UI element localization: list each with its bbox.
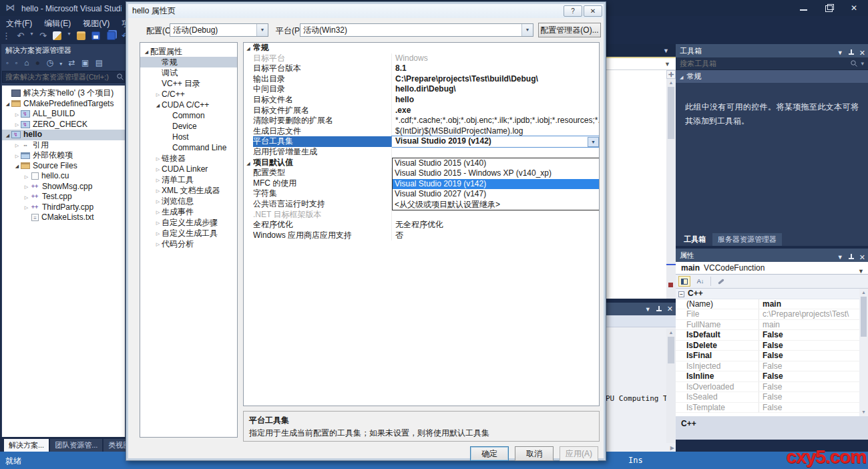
tree-row[interactable]: XML 文档生成器 <box>140 185 237 196</box>
property-row[interactable]: 全程序优化 无全程序优化 <box>244 220 599 230</box>
window-position-icon[interactable]: ▼ <box>837 46 843 59</box>
tree-row[interactable]: ALL_BUILD <box>2 109 125 120</box>
code-editor[interactable]: ✛ ▲ <box>604 70 676 299</box>
tree-row[interactable]: VC++ 目录 <box>140 78 237 89</box>
window-position-icon[interactable]: ▼ <box>645 306 651 313</box>
pin-icon[interactable] <box>849 49 854 56</box>
property-row[interactable]: IsDelete False <box>676 341 859 351</box>
scrollbar-thumb[interactable] <box>668 87 674 139</box>
new-item-icon[interactable] <box>53 31 61 40</box>
tree-row[interactable]: Test.cpp <box>2 192 125 202</box>
object-selector-combobox[interactable]: mainVCCodeFunction ▼ <box>676 262 868 275</box>
panel-tab[interactable]: 解决方案... <box>4 439 49 452</box>
property-row[interactable]: Windows 应用商店应用支持 否 <box>244 230 599 241</box>
scrollbar-thumb[interactable] <box>861 297 867 337</box>
tree-row[interactable]: Source Files <box>2 161 125 172</box>
property-row[interactable]: 输出目录 C:\Prepare\projects\Test\build\Debu… <box>244 74 599 85</box>
tree-row[interactable]: Host <box>140 132 237 142</box>
tree-row[interactable]: 常规 <box>140 57 237 67</box>
property-row[interactable]: 常规 <box>244 43 599 53</box>
scroll-up-icon[interactable]: ▲ <box>666 79 676 87</box>
property-category[interactable]: −C++ <box>676 289 868 299</box>
dialog-titlebar[interactable]: hello 属性页 ? ✕ <box>128 4 604 18</box>
scroll-right-icon[interactable]: ▶ <box>670 445 674 451</box>
tree-row[interactable]: 调试 <box>140 67 237 78</box>
expand-arrow-icon[interactable] <box>13 140 21 151</box>
tree-row[interactable]: Device <box>140 121 237 132</box>
expand-arrow-icon[interactable] <box>23 192 30 203</box>
close-button[interactable]: ✕ <box>851 4 859 12</box>
panel-tab[interactable]: 服务器资源管理器 <box>712 233 782 246</box>
close-icon[interactable]: ✕ <box>859 46 865 59</box>
expand-arrow-icon[interactable] <box>4 98 11 110</box>
property-row[interactable]: FullName main <box>676 320 859 331</box>
property-pages-button[interactable] <box>715 276 727 287</box>
tree-row[interactable]: CUDA Linker <box>140 164 237 174</box>
collapse-icon[interactable]: − <box>678 291 684 297</box>
expand-arrow-icon[interactable] <box>13 109 21 120</box>
tree-row[interactable]: ZERO_CHECK <box>2 120 125 130</box>
property-row[interactable]: 中间目录 hello.dir\Debug\ <box>244 84 599 95</box>
panel-tab[interactable]: 工具箱 <box>678 233 711 246</box>
expand-arrow-icon[interactable] <box>154 99 162 111</box>
tree-row[interactable]: hello.cu <box>2 171 125 182</box>
pin-icon[interactable] <box>656 306 662 313</box>
save-icon[interactable] <box>91 31 100 40</box>
tree-row[interactable]: hello <box>2 130 125 140</box>
tree-row[interactable]: CMakePredefinedTargets <box>2 99 125 110</box>
minimize-button[interactable] <box>800 4 808 12</box>
scroll-down-icon[interactable]: ▼ <box>859 408 868 416</box>
expand-arrow-icon[interactable] <box>13 119 21 130</box>
ok-button[interactable]: 确定 <box>470 446 509 461</box>
home-icon[interactable]: ⌂ <box>24 58 29 67</box>
collapse-all-icon[interactable]: ▣ <box>81 58 89 67</box>
cancel-button[interactable]: 取消 <box>515 446 554 461</box>
property-row[interactable]: (Name) main <box>676 299 859 310</box>
property-row[interactable]: IsFinal False <box>676 351 859 361</box>
tree-row[interactable]: Common <box>140 110 237 121</box>
help-button[interactable]: ? <box>564 5 582 17</box>
dialog-close-button[interactable]: ✕ <box>584 5 602 17</box>
open-folder-icon[interactable] <box>77 31 85 40</box>
dropdown-option[interactable]: <从父级或项目默认设置继承> <box>393 200 599 210</box>
property-row[interactable]: .NET 目标框架版本 <box>244 210 599 220</box>
dropdown-option[interactable]: Visual Studio 2015 (v140) <box>393 158 599 168</box>
tree-row[interactable]: 外部依赖项 <box>2 150 125 161</box>
scroll-up-icon[interactable]: ▲ <box>666 329 676 337</box>
apply-button[interactable]: 应用(A) <box>560 446 598 461</box>
property-row[interactable]: 目标文件扩展名 .exe <box>244 106 599 116</box>
property-row[interactable]: 目标文件名 hello <box>244 95 599 106</box>
dropdown-option[interactable]: Visual Studio 2019 (v142) <box>393 179 599 189</box>
chevron-down-icon[interactable]: ▾ <box>31 31 33 37</box>
property-row[interactable]: IsInjected False <box>676 361 859 372</box>
properties-scrollbar[interactable]: ▲ ▼ <box>859 289 868 416</box>
property-row[interactable]: IsInline False <box>676 371 859 382</box>
configuration-combobox[interactable]: 活动(Debug) <box>170 23 268 37</box>
sync-icon[interactable]: ⇄ <box>69 58 75 67</box>
tree-row[interactable]: 链接器 <box>140 153 237 164</box>
alphabetical-sort-button[interactable]: A↓ <box>694 276 706 287</box>
tree-row[interactable]: 解决方案'hello' (3 个项目) <box>2 88 125 99</box>
property-row[interactable]: IsSealed False <box>676 392 859 403</box>
toolbox-section-general[interactable]: 常规 <box>676 70 868 83</box>
property-row[interactable]: IsDefault False <box>676 330 859 341</box>
toolbox-search-input[interactable] <box>680 59 850 67</box>
pin-icon[interactable] <box>849 254 854 261</box>
property-row[interactable]: 启用托管增量生成 <box>244 147 599 158</box>
property-row[interactable]: IsOverloaded False <box>676 382 859 393</box>
property-row[interactable]: 平台工具集 Visual Studio 2019 (v142) <box>244 136 599 147</box>
chevron-down-icon[interactable]: ▾ <box>861 60 864 67</box>
navigate-back-icon[interactable]: ↶ <box>17 31 24 41</box>
scrollbar-thumb[interactable] <box>668 337 674 363</box>
switch-views-icon[interactable]: ● <box>35 58 40 67</box>
close-icon[interactable]: ✕ <box>667 305 673 313</box>
property-row[interactable]: File c:\Prepare\projects\Test\ <box>676 309 859 320</box>
expand-arrow-icon[interactable] <box>143 45 150 57</box>
chevron-down-icon[interactable]: ▼ <box>664 61 670 67</box>
document-list-dropdown-icon[interactable]: ▼ <box>663 47 669 54</box>
expand-arrow-icon[interactable] <box>23 181 30 192</box>
forward-icon[interactable]: ◦ <box>15 58 18 67</box>
tree-row[interactable]: 配置属性 <box>140 46 237 57</box>
categorized-view-button[interactable] <box>678 276 690 287</box>
restore-button[interactable] <box>825 4 833 12</box>
